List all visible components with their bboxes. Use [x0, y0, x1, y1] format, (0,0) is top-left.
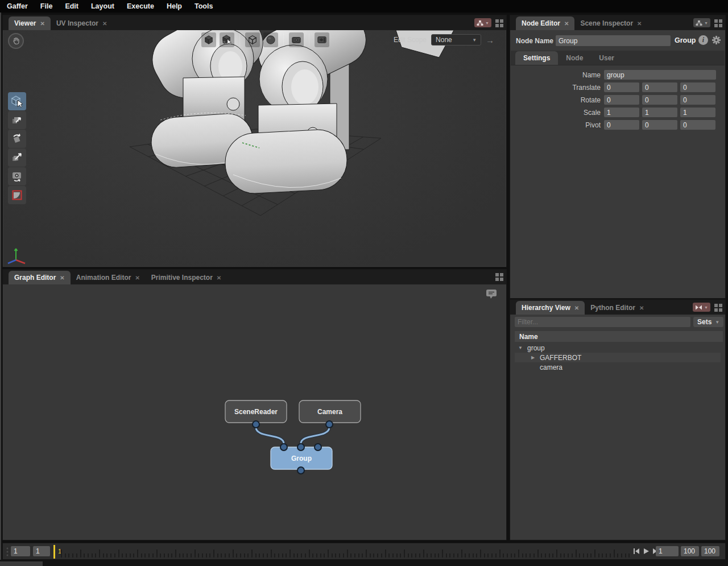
pan-hand-button[interactable] [8, 33, 24, 49]
pivot-z-input[interactable] [680, 120, 715, 130]
tab-uv-inspector[interactable]: UV Inspector ✕ [51, 16, 113, 30]
play-button[interactable] [642, 547, 650, 555]
tab-animation-editor[interactable]: Animation Editor ✕ [71, 271, 146, 284]
translate-y-input[interactable] [642, 82, 677, 92]
plug-camera-out[interactable] [326, 421, 333, 428]
crop-window-tool-button[interactable] [8, 186, 26, 204]
node-group[interactable]: Group [271, 444, 332, 474]
tab-python-editor[interactable]: Python Editor ✕ [585, 301, 650, 315]
edit-scope-select[interactable]: None ▼ [431, 34, 481, 46]
draw-mode-button[interactable] [201, 32, 216, 47]
scale-y-input[interactable] [642, 108, 677, 117]
camera-settings-button[interactable] [289, 32, 304, 47]
close-icon[interactable]: ✕ [637, 20, 642, 27]
tab-viewer[interactable]: Viewer ✕ [9, 16, 51, 30]
menu-execute[interactable]: Execute [121, 2, 160, 10]
layout-menu-icon[interactable] [495, 19, 499, 23]
shading-mode-button[interactable] [263, 32, 278, 47]
close-icon[interactable]: ✕ [102, 20, 107, 27]
plug-group-out[interactable] [297, 467, 304, 474]
subtab-settings[interactable]: Settings [515, 51, 558, 65]
rotate-z-input[interactable] [680, 95, 715, 105]
close-icon[interactable]: ✕ [135, 275, 139, 281]
name-column-header[interactable]: Name [515, 331, 723, 342]
wire-scenereader-group[interactable] [256, 427, 284, 444]
menu-tools[interactable]: Tools [188, 2, 219, 10]
edit-scope-execute-arrow[interactable]: → [486, 35, 494, 45]
current-frame-input[interactable] [656, 546, 679, 556]
tree-row-group[interactable]: ▼ group [515, 343, 721, 353]
frame-ruler[interactable] [61, 545, 632, 559]
editor-focus-menu[interactable]: ▼ [693, 18, 710, 27]
close-icon[interactable]: ✕ [564, 20, 569, 27]
subtab-user[interactable]: User [591, 51, 622, 65]
editor-focus-menu[interactable]: ▼ [693, 303, 710, 312]
skip-to-start-button[interactable] [632, 547, 640, 555]
wire-camera-group[interactable] [301, 427, 329, 444]
selection-mask-button[interactable] [220, 32, 234, 47]
playback-start-input[interactable] [33, 546, 50, 556]
tab-primitive-inspector[interactable]: Primitive Inspector ✕ [146, 271, 227, 284]
scale-x-input[interactable] [604, 108, 639, 117]
layout-menu-icon[interactable] [714, 19, 718, 23]
menu-help[interactable]: Help [160, 2, 188, 10]
node-camera[interactable]: Camera [299, 400, 361, 428]
editor-focus-menu[interactable]: ▼ [474, 18, 491, 27]
close-icon[interactable]: ✕ [40, 20, 44, 27]
name-input[interactable] [604, 70, 716, 80]
tab-node-editor[interactable]: Node Editor ✕ [516, 16, 574, 30]
menu-layout[interactable]: Layout [85, 2, 121, 10]
close-icon[interactable]: ✕ [639, 305, 644, 311]
gear-button[interactable] [712, 35, 721, 45]
playback-end-input[interactable] [681, 546, 699, 556]
subtab-node[interactable]: Node [558, 51, 591, 65]
plug-group-in0[interactable] [280, 444, 287, 451]
range-start-input[interactable] [11, 546, 30, 556]
tab-hierarchy-view[interactable]: Hierarchy View ✕ [516, 301, 585, 315]
selection-tool-button[interactable] [8, 92, 26, 110]
tab-scene-inspector[interactable]: Scene Inspector ✕ [574, 16, 647, 30]
chevron-down-icon: ▼ [704, 305, 708, 309]
sets-dropdown[interactable]: Sets ▼ [693, 317, 723, 327]
plug-group-in1[interactable] [297, 444, 304, 451]
translate-x-input[interactable] [604, 82, 639, 92]
menu-edit[interactable]: Edit [59, 2, 85, 10]
close-icon[interactable]: ✕ [60, 275, 64, 281]
node-graph-canvas[interactable]: SceneReader Camera Group [3, 284, 506, 539]
menu-gaffer[interactable]: Gaffer [7, 2, 34, 10]
layout-menu-icon[interactable] [495, 273, 499, 276]
close-icon[interactable]: ✕ [217, 275, 221, 281]
translate-z-input[interactable] [680, 82, 715, 92]
menu-file[interactable]: File [34, 2, 59, 10]
pivot-x-input[interactable] [604, 120, 639, 130]
range-end-input[interactable] [701, 546, 719, 556]
scale-z-input[interactable] [680, 108, 715, 117]
solid-cube-icon [204, 35, 214, 45]
scale-tool-button[interactable] [8, 148, 26, 167]
playhead[interactable] [53, 545, 55, 559]
viewport-3d[interactable]: Edit Scope None ▼ → [3, 30, 506, 266]
layout-menu-icon[interactable] [714, 304, 718, 307]
plug-scenereader-out[interactable] [253, 421, 259, 428]
collapsed-icon[interactable]: ▶ [530, 355, 536, 360]
close-icon[interactable]: ✕ [574, 305, 579, 311]
plug-group-in2[interactable] [315, 444, 321, 451]
translate-tool-button[interactable] [8, 111, 26, 129]
expanded-icon[interactable]: ▼ [517, 345, 524, 350]
node-name-input[interactable] [556, 35, 671, 46]
tree-row-gafferbot[interactable]: ▶ GAFFERBOT [515, 353, 721, 362]
tab-graph-editor[interactable]: Graph Editor ✕ [9, 271, 71, 284]
filter-input[interactable] [515, 317, 690, 327]
timeline-grip[interactable] [6, 547, 9, 557]
tree-row-camera[interactable]: camera [515, 362, 721, 372]
rotate-tool-button[interactable] [8, 130, 26, 148]
expansion-button[interactable] [245, 32, 260, 47]
node-scenereader[interactable]: SceneReader [225, 400, 287, 428]
rotate-x-input[interactable] [604, 95, 639, 105]
rotate-y-input[interactable] [642, 95, 677, 105]
camera-tool-button[interactable] [8, 167, 26, 185]
scene-view-button[interactable] [315, 32, 329, 47]
tab-node-editor-label: Node Editor [522, 19, 560, 27]
pivot-y-input[interactable] [642, 120, 677, 130]
info-button[interactable]: i [698, 35, 708, 45]
